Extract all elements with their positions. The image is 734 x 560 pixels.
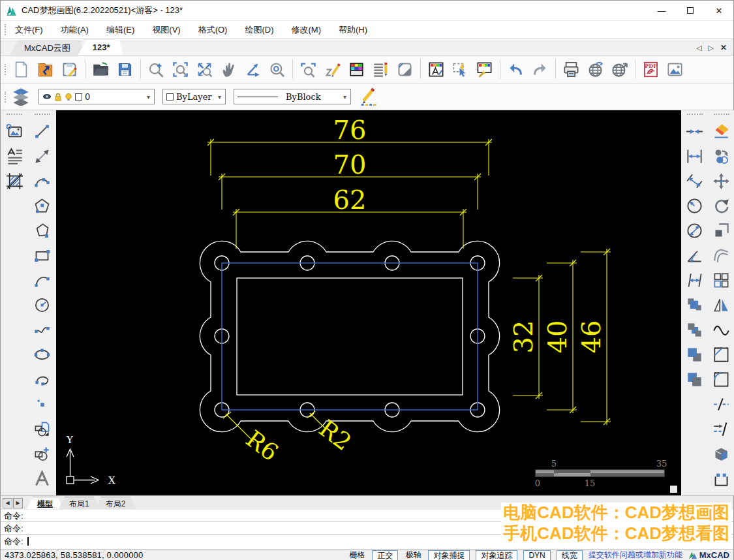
drawing-canvas[interactable]: 76 70 62 32 40 46 R6 R2 Y X [56,110,681,495]
dim-diameter-button[interactable] [682,218,707,243]
polyline-button[interactable] [30,168,55,193]
menu-item-function[interactable]: 功能(A) [61,24,89,36]
export-image-button[interactable] [664,58,686,81]
match-properties-button[interactable] [473,58,496,81]
zoom-in-button[interactable] [145,58,168,81]
tab-close-icon[interactable]: ✕ [720,43,727,52]
export-pdf-button[interactable]: PDF [639,58,662,81]
move-button[interactable] [709,168,734,193]
mtext-button[interactable] [2,144,27,168]
toolbar-grip[interactable] [5,64,7,75]
sketch-button[interactable] [321,58,344,81]
insert-block-button[interactable] [30,416,55,441]
fillet-button[interactable] [709,367,734,392]
web-upload-button[interactable] [608,58,631,81]
left-toolbar-grip-a[interactable] [7,114,22,117]
layout-tab-right-icon[interactable]: ▶ [13,498,23,508]
save-button[interactable] [58,58,81,81]
point-button[interactable] [30,392,55,416]
layout-tab-layout2[interactable]: 布局2 [95,497,136,509]
toggle-otrack[interactable]: 对象追踪 [476,550,517,560]
arc-button[interactable] [30,268,55,292]
dim-aligned-button[interactable] [682,168,707,193]
construction-line-button[interactable] [30,144,55,168]
hatch-button[interactable] [2,168,27,193]
chamfer-button[interactable] [709,342,734,367]
dim-baseline-button[interactable] [682,268,707,292]
rectangle-button[interactable] [30,243,55,268]
open-folder-button[interactable] [89,58,112,81]
mirror-button[interactable] [709,292,734,317]
edit-spline-button[interactable] [709,317,734,342]
tab-scroll-left-icon[interactable]: ◁ [696,44,701,52]
menu-item-modify[interactable]: 修改(M) [291,24,321,36]
line-button[interactable] [30,119,55,144]
new-file-button[interactable] [10,58,33,81]
linetype-combo[interactable]: ByBlock ▾ [234,89,351,104]
pan-button[interactable] [217,58,240,81]
menu-item-edit[interactable]: 编辑(E) [106,24,134,36]
draworder-above-button[interactable] [682,342,707,367]
color-combo-chevron-icon[interactable]: ▾ [215,93,224,101]
tab-mxcad-cloud[interactable]: MxCAD云图 [10,40,84,55]
menu-item-draw[interactable]: 绘图(D) [245,24,273,36]
linetype-edit-pencil-icon[interactable] [359,87,378,106]
color-palette-button[interactable] [345,58,368,81]
layers-icon[interactable] [11,87,31,106]
clip-image-button[interactable] [393,58,416,81]
dim-linear-button[interactable] [682,144,707,168]
draworder-front-button[interactable] [682,292,707,317]
lengthen-button[interactable] [709,416,734,441]
dim-angular-button[interactable] [682,243,707,268]
undo-button[interactable] [504,58,527,81]
toggle-lineweight[interactable]: 线宽 [557,550,583,560]
dim-radius-button[interactable] [682,193,707,218]
mtext-edit-button[interactable] [369,58,392,81]
zoom-previous-button[interactable] [297,58,320,81]
text-style-button[interactable] [425,58,448,81]
toggle-polar[interactable]: 极轴 [404,550,422,560]
canvas-resize-grip[interactable] [670,486,677,493]
circle-button[interactable] [30,292,55,317]
break-button[interactable] [709,392,734,416]
menu-item-help[interactable]: 帮助(H) [339,24,367,36]
feedback-link[interactable]: 提交软件问题或增加新功能 [589,550,682,560]
layer-combo-chevron-icon[interactable]: ▾ [144,93,153,101]
text-button[interactable] [30,466,55,491]
color-combo[interactable]: ByLayer ▾ [162,89,226,104]
polygon-inscribed-button[interactable] [30,218,55,243]
zoom-window-button[interactable] [169,58,192,81]
propsbar-grip[interactable] [5,91,7,102]
ucs-axes-button[interactable] [241,58,264,81]
draworder-back-button[interactable] [682,317,707,342]
left-toolbar-grip-b[interactable] [35,114,50,117]
menubar-grip[interactable] [5,24,7,35]
menu-item-view[interactable]: 视图(V) [152,24,180,36]
zoom-extents-button[interactable] [193,58,216,81]
layout-tab-model[interactable]: 模型 [27,497,63,509]
redo-button[interactable] [528,58,551,81]
copy-button[interactable] [709,144,734,168]
draworder-below-button[interactable] [682,367,707,392]
toggle-dyn[interactable]: DYN [523,550,550,560]
offset-button[interactable] [709,243,734,268]
erase-button[interactable] [709,119,734,144]
menu-item-format[interactable]: 格式(O) [198,24,228,36]
array-button[interactable] [709,268,734,292]
scale-button[interactable] [709,218,734,243]
layer-combo[interactable]: 0 ▾ [38,89,155,104]
toggle-grid[interactable]: 栅格 [348,550,366,560]
model-space[interactable]: 76 70 62 32 40 46 R6 R2 Y X [56,110,681,495]
web-publish-button[interactable] [584,58,607,81]
tab-scroll-right-icon[interactable]: ▷ [708,44,713,52]
insert-image-button[interactable] [2,119,27,144]
toggle-osnap[interactable]: 对象捕捉 [428,550,470,560]
toggle-ortho[interactable]: 正交 [372,550,398,560]
save-as-button[interactable] [114,58,136,81]
explode-button[interactable] [709,441,734,466]
rotate-button[interactable] [709,193,734,218]
polygon-button[interactable] [30,193,55,218]
arc-continue-button[interactable] [30,367,55,392]
right-toolbar-grip-b[interactable] [714,114,729,117]
layout-tab-layout1[interactable]: 布局1 [59,497,100,509]
